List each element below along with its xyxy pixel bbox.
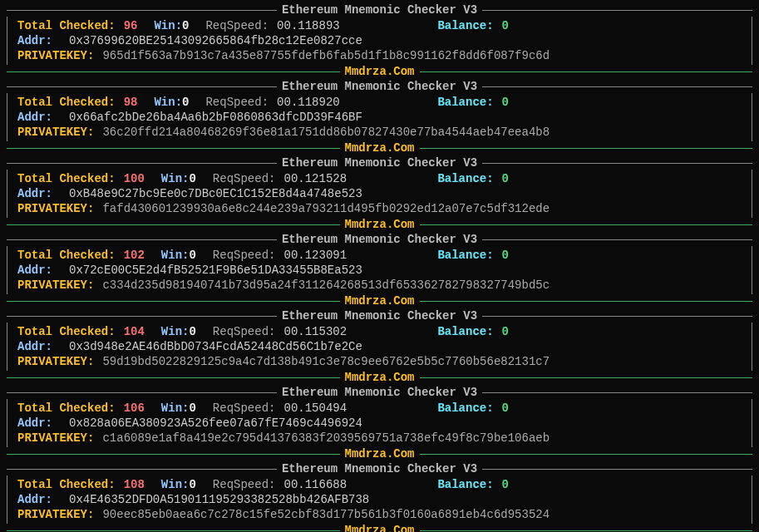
label-reqspeed: ReqSpeed:	[213, 324, 276, 339]
label-addr: Addr:	[17, 492, 52, 507]
block-footer: Mmdrza.Com	[340, 447, 420, 461]
label-privatekey: PRIVATEKEY:	[17, 507, 94, 522]
block-title-row: Ethereum Mnemonic Checker V3	[7, 156, 752, 170]
block-footer-row: Mmdrza.Com	[7, 371, 752, 384]
label-total-checked: Total Checked:	[17, 477, 116, 492]
value-total-checked: 102	[124, 248, 145, 263]
block-footer-row: Mmdrza.Com	[7, 218, 752, 231]
value-balance: 0	[502, 401, 509, 416]
label-total-checked: Total Checked:	[17, 248, 116, 263]
value-privatekey: c334d235d981940741b73d95a24f311264268513…	[102, 278, 550, 293]
label-balance: Balance:	[437, 477, 493, 492]
block-title-row: Ethereum Mnemonic Checker V3	[7, 462, 752, 475]
value-privatekey: 965d1f563a7b913c7a435e87755fdefb6fab5d1f…	[102, 48, 550, 63]
block-title: Ethereum Mnemonic Checker V3	[277, 80, 482, 93]
check-block: Ethereum Mnemonic Checker V3 Total Check…	[7, 156, 752, 231]
label-addr: Addr:	[17, 339, 52, 354]
label-addr: Addr:	[17, 263, 52, 278]
value-reqspeed: 00.116688	[283, 477, 347, 492]
label-total-checked: Total Checked:	[17, 95, 116, 110]
value-total-checked: 98	[124, 95, 138, 110]
value-win: 0	[189, 401, 195, 416]
label-total-checked: Total Checked:	[17, 401, 116, 416]
value-balance: 0	[502, 248, 509, 263]
value-reqspeed: 00.123091	[283, 248, 347, 263]
value-total-checked: 100	[124, 171, 145, 186]
value-addr: 0xB48e9C27bc9Ee0c7DBc0EC1C152E8d4a4748e5…	[69, 186, 362, 201]
block-content: Total Checked: 102 Win: 0 ReqSpeed: 00.1…	[7, 246, 752, 294]
label-win: Win:	[161, 401, 190, 416]
value-balance: 0	[502, 18, 509, 33]
label-balance: Balance:	[437, 18, 493, 33]
label-win: Win:	[161, 171, 190, 186]
label-addr: Addr:	[17, 186, 52, 201]
block-footer: Mmdrza.Com	[340, 141, 420, 155]
label-balance: Balance:	[437, 324, 493, 339]
check-block: Ethereum Mnemonic Checker V3 Total Check…	[7, 309, 752, 384]
label-balance: Balance:	[437, 95, 493, 110]
value-total-checked: 96	[124, 18, 138, 33]
block-footer-row: Mmdrza.Com	[7, 447, 752, 461]
check-block: Ethereum Mnemonic Checker V3 Total Check…	[7, 386, 752, 461]
value-total-checked: 104	[124, 324, 145, 339]
label-balance: Balance:	[437, 248, 493, 263]
value-addr: 0x4E46352DFD0A519011195293382528bb426AFB…	[69, 492, 369, 507]
value-win: 0	[182, 95, 189, 110]
value-reqspeed: 00.115302	[283, 324, 347, 339]
label-reqspeed: ReqSpeed:	[205, 95, 269, 110]
value-win: 0	[189, 248, 195, 263]
value-addr: 0x828a06EA380923A526fee07a67fE7469c44969…	[69, 416, 362, 431]
block-title-row: Ethereum Mnemonic Checker V3	[7, 233, 752, 246]
label-privatekey: PRIVATEKEY:	[17, 48, 94, 63]
label-reqspeed: ReqSpeed:	[213, 477, 276, 492]
value-reqspeed: 00.121528	[283, 171, 347, 186]
label-reqspeed: ReqSpeed:	[213, 401, 276, 416]
block-title: Ethereum Mnemonic Checker V3	[277, 3, 482, 17]
value-total-checked: 106	[124, 401, 145, 416]
label-balance: Balance:	[437, 171, 493, 186]
block-content: Total Checked: 96 Win: 0 ReqSpeed: 00.11…	[7, 17, 752, 65]
block-footer: Mmdrza.Com	[340, 65, 420, 78]
value-privatekey: 59d19bd5022829125c9a4c7d138b491c3e78c9ee…	[102, 354, 550, 369]
block-footer: Mmdrza.Com	[340, 371, 420, 384]
check-block: Ethereum Mnemonic Checker V3 Total Check…	[7, 233, 752, 308]
block-content: Total Checked: 108 Win: 0 ReqSpeed: 00.1…	[7, 475, 752, 524]
value-reqspeed: 00.150494	[283, 401, 347, 416]
label-privatekey: PRIVATEKEY:	[17, 201, 94, 216]
block-footer: Mmdrza.Com	[340, 218, 420, 231]
value-balance: 0	[502, 95, 509, 110]
value-win: 0	[189, 171, 195, 186]
value-win: 0	[189, 324, 195, 339]
check-block: Ethereum Mnemonic Checker V3 Total Check…	[7, 80, 752, 155]
check-block: Ethereum Mnemonic Checker V3 Total Check…	[7, 462, 752, 532]
label-total-checked: Total Checked:	[17, 171, 116, 186]
block-footer-row: Mmdrza.Com	[7, 141, 752, 155]
label-total-checked: Total Checked:	[17, 18, 116, 33]
block-title: Ethereum Mnemonic Checker V3	[277, 156, 482, 170]
block-footer-row: Mmdrza.Com	[7, 524, 752, 532]
block-content: Total Checked: 106 Win: 0 ReqSpeed: 00.1…	[7, 399, 752, 447]
label-win: Win:	[161, 248, 190, 263]
value-addr: 0x3d948e2AE46dBbD0734FcdA52448Cd56C1b7e2…	[69, 339, 362, 354]
value-win: 0	[189, 477, 195, 492]
label-privatekey: PRIVATEKEY:	[17, 354, 94, 369]
block-title: Ethereum Mnemonic Checker V3	[277, 309, 482, 323]
value-win: 0	[182, 18, 189, 33]
label-win: Win:	[154, 18, 182, 33]
block-title: Ethereum Mnemonic Checker V3	[277, 462, 482, 475]
check-block: Ethereum Mnemonic Checker V3 Total Check…	[7, 3, 752, 78]
block-footer: Mmdrza.Com	[340, 524, 420, 532]
label-win: Win:	[154, 95, 182, 110]
label-reqspeed: ReqSpeed:	[213, 248, 276, 263]
label-reqspeed: ReqSpeed:	[205, 18, 269, 33]
block-title-row: Ethereum Mnemonic Checker V3	[7, 80, 752, 93]
label-addr: Addr:	[17, 33, 52, 48]
value-balance: 0	[502, 477, 509, 492]
block-title-row: Ethereum Mnemonic Checker V3	[7, 309, 752, 323]
label-win: Win:	[161, 324, 190, 339]
value-addr: 0x66afc2bDe26ba4Aa6b2bF0860863dfcDD39F46…	[69, 110, 362, 125]
value-privatekey: c1a6089e1af8a419e2c795d41376383f20395697…	[102, 431, 550, 446]
block-title-row: Ethereum Mnemonic Checker V3	[7, 3, 752, 17]
value-privatekey: 36c20ffd214a80468269f36e81a1751dd86b0782…	[102, 125, 550, 140]
block-title-row: Ethereum Mnemonic Checker V3	[7, 386, 752, 399]
